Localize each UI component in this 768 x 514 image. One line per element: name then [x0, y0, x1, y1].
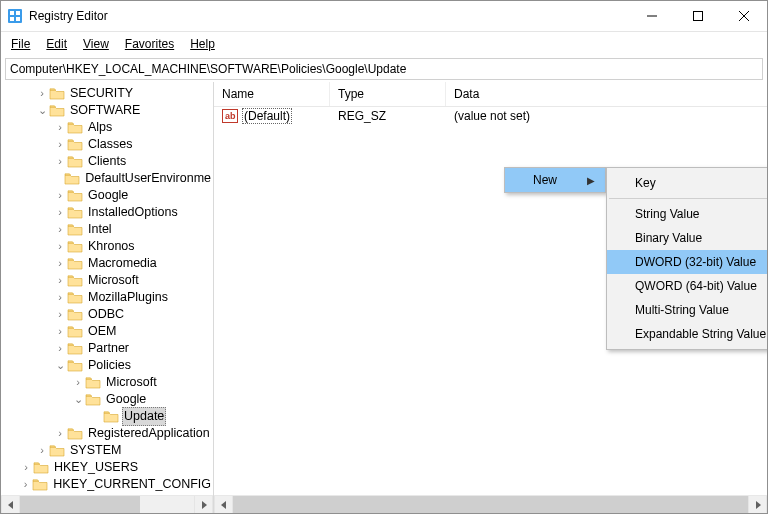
chevron-right-icon[interactable]: › — [53, 255, 67, 272]
context-item[interactable]: DWORD (32-bit) Value — [607, 250, 768, 274]
chevron-down-icon[interactable]: ⌄ — [71, 391, 85, 408]
menu-favorites[interactable]: Favorites — [119, 35, 180, 53]
list-scrollbar[interactable] — [214, 495, 767, 513]
context-item[interactable]: QWORD (64-bit) Value — [607, 274, 768, 298]
tree-node[interactable]: ›Microsoft — [1, 374, 213, 391]
context-item-new[interactable]: New ▶ — [505, 168, 605, 192]
tree-node[interactable]: ›Clients — [1, 153, 213, 170]
menu-edit[interactable]: Edit — [40, 35, 73, 53]
folder-icon — [33, 461, 49, 475]
menu-file[interactable]: File — [5, 35, 36, 53]
chevron-right-icon[interactable]: › — [35, 442, 49, 459]
tree-scrollbar[interactable] — [1, 495, 213, 513]
chevron-right-icon[interactable]: › — [53, 153, 67, 170]
context-item[interactable]: Binary Value — [607, 226, 768, 250]
tree-node[interactable]: ›Google — [1, 187, 213, 204]
svg-rect-4 — [16, 17, 20, 21]
tree-node[interactable]: ›ODBC — [1, 306, 213, 323]
folder-icon — [67, 274, 83, 288]
scroll-right-icon[interactable] — [194, 496, 213, 513]
chevron-right-icon[interactable]: › — [19, 476, 32, 493]
tree-node[interactable]: ›Classes — [1, 136, 213, 153]
chevron-right-icon[interactable]: › — [53, 119, 67, 136]
registry-tree[interactable]: ›SECURITY⌄SOFTWARE›Alps›Classes›Clients·… — [1, 85, 213, 495]
chevron-down-icon[interactable]: ⌄ — [53, 357, 67, 374]
tree-node[interactable]: ·Update — [1, 408, 213, 425]
tree-node-label: Partner — [86, 340, 131, 357]
window-title: Registry Editor — [29, 9, 108, 23]
scroll-left-icon[interactable] — [1, 496, 20, 513]
folder-icon — [67, 257, 83, 271]
folder-icon — [67, 240, 83, 254]
tree-node-label: DefaultUserEnvironme — [83, 170, 213, 187]
chevron-right-icon[interactable]: › — [53, 187, 67, 204]
svg-marker-13 — [221, 501, 226, 509]
chevron-right-icon[interactable]: › — [53, 204, 67, 221]
svg-text:ab: ab — [225, 111, 236, 121]
close-button[interactable] — [721, 1, 767, 31]
menu-help[interactable]: Help — [184, 35, 221, 53]
tree-node[interactable]: ›HKEY_CURRENT_CONFIG — [1, 476, 213, 493]
tree-node[interactable]: ›RegisteredApplication — [1, 425, 213, 442]
folder-icon — [67, 291, 83, 305]
tree-node[interactable]: ·DefaultUserEnvironme — [1, 170, 213, 187]
tree-node-label: RegisteredApplication — [86, 425, 212, 442]
tree-node[interactable]: ›Khronos — [1, 238, 213, 255]
folder-icon — [85, 393, 101, 407]
chevron-right-icon[interactable]: › — [19, 459, 33, 476]
chevron-right-icon[interactable]: › — [35, 85, 49, 102]
context-item[interactable]: String Value — [607, 202, 768, 226]
tree-node[interactable]: ⌄SOFTWARE — [1, 102, 213, 119]
tree-node[interactable]: ›Macromedia — [1, 255, 213, 272]
minimize-button[interactable] — [629, 1, 675, 31]
chevron-right-icon[interactable]: › — [53, 272, 67, 289]
chevron-right-icon[interactable]: › — [53, 340, 67, 357]
tree-node[interactable]: ›SECURITY — [1, 85, 213, 102]
tree-node[interactable]: ›Alps — [1, 119, 213, 136]
column-data[interactable]: Data — [446, 82, 767, 106]
folder-icon — [67, 308, 83, 322]
tree-node[interactable]: ›OEM — [1, 323, 213, 340]
tree-node[interactable]: ›SYSTEM — [1, 442, 213, 459]
address-bar[interactable]: Computer\HKEY_LOCAL_MACHINE\SOFTWARE\Pol… — [5, 58, 763, 80]
tree-node[interactable]: ›HKEY_USERS — [1, 459, 213, 476]
tree-node[interactable]: ›InstalledOptions — [1, 204, 213, 221]
chevron-down-icon[interactable]: ⌄ — [35, 102, 49, 119]
context-item[interactable]: Expandable String Value — [607, 322, 768, 346]
list-row[interactable]: ab (Default) REG_SZ (value not set) — [214, 107, 767, 125]
chevron-right-icon[interactable]: › — [53, 238, 67, 255]
column-type[interactable]: Type — [330, 82, 446, 106]
chevron-right-icon[interactable]: › — [53, 306, 67, 323]
folder-icon — [67, 427, 83, 441]
registry-editor-window: Registry Editor File Edit View Favorites… — [0, 0, 768, 514]
context-item[interactable]: Multi-String Value — [607, 298, 768, 322]
folder-icon — [64, 172, 80, 186]
tree-node[interactable]: ›Microsoft — [1, 272, 213, 289]
maximize-button[interactable] — [675, 1, 721, 31]
address-text: Computer\HKEY_LOCAL_MACHINE\SOFTWARE\Pol… — [10, 62, 406, 76]
tree-node[interactable]: ⌄Google — [1, 391, 213, 408]
scroll-left-icon[interactable] — [214, 496, 233, 513]
chevron-right-icon[interactable]: › — [53, 323, 67, 340]
column-name[interactable]: Name — [214, 82, 330, 106]
tree-node-label: HKEY_CURRENT_CONFIG — [51, 476, 213, 493]
chevron-right-icon[interactable]: › — [71, 374, 85, 391]
chevron-right-icon[interactable]: › — [53, 221, 67, 238]
tree-node[interactable]: ›Intel — [1, 221, 213, 238]
chevron-right-icon[interactable]: › — [53, 136, 67, 153]
body: ›SECURITY⌄SOFTWARE›Alps›Classes›Clients·… — [1, 82, 767, 513]
list-rows[interactable]: ab (Default) REG_SZ (value not set) New … — [214, 107, 767, 495]
chevron-right-icon[interactable]: › — [53, 289, 67, 306]
chevron-right-icon[interactable]: › — [53, 425, 67, 442]
context-item[interactable]: Key — [607, 171, 768, 195]
tree-node[interactable]: ⌄Policies — [1, 357, 213, 374]
menu-view[interactable]: View — [77, 35, 115, 53]
tree-node[interactable]: ›MozillaPlugins — [1, 289, 213, 306]
folder-icon — [67, 342, 83, 356]
tree-node-label: SECURITY — [68, 85, 135, 102]
folder-icon — [85, 376, 101, 390]
tree-node[interactable]: ›Partner — [1, 340, 213, 357]
folder-icon — [67, 206, 83, 220]
tree-node-label: Clients — [86, 153, 128, 170]
scroll-right-icon[interactable] — [748, 496, 767, 513]
